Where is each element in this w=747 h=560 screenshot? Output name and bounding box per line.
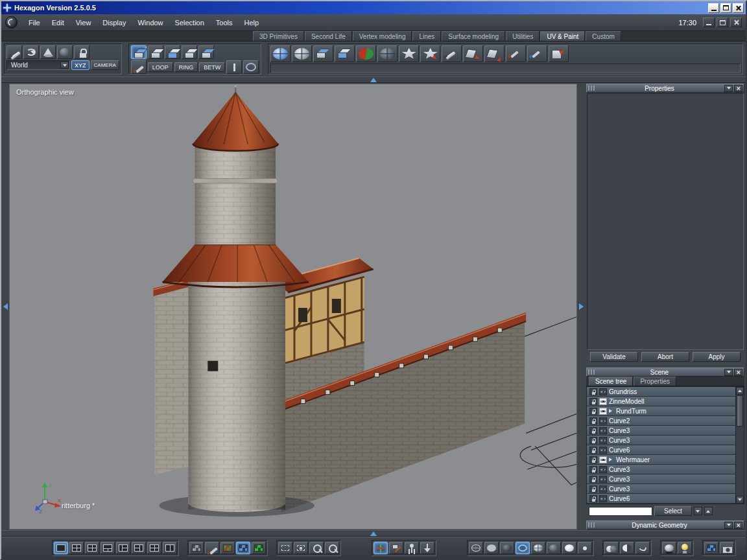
lock-icon[interactable] [589, 437, 597, 444]
panel-menu-button[interactable] [724, 369, 733, 376]
between-button[interactable]: BETW [199, 62, 225, 72]
scene-tree-item[interactable]: Curve6 [587, 494, 735, 503]
panel-close-button[interactable] [734, 85, 742, 92]
shadow-toggle-icon[interactable] [662, 542, 676, 554]
tab-surface-modeling[interactable]: Surface modeling [442, 31, 505, 41]
tab-3d-primitives[interactable]: 3D Primitives [253, 31, 304, 41]
visibility-eye-icon[interactable] [599, 398, 607, 405]
uv-planar-projection-icon[interactable] [335, 45, 355, 62]
menu-display[interactable]: Display [97, 16, 132, 30]
grow-selection-icon[interactable] [226, 60, 242, 74]
tab-custom[interactable]: Custom [586, 31, 621, 41]
wireframe-shading-icon[interactable] [469, 542, 483, 554]
visibility-eye-icon[interactable] [599, 427, 607, 434]
scene-tree-item[interactable]: Curve3 [587, 465, 735, 474]
lock-icon[interactable] [589, 417, 597, 425]
blue-checker-icon[interactable] [236, 542, 250, 554]
select-multi-mode-icon[interactable] [198, 45, 214, 59]
tab-second-life[interactable]: Second Life [305, 31, 352, 41]
tab-utilities[interactable]: Utilities [506, 31, 540, 41]
visibility-eye-icon[interactable] [599, 476, 607, 483]
uv-cylindrical-projection-icon[interactable] [292, 45, 312, 62]
visibility-eye-icon[interactable] [599, 495, 607, 502]
collapse-right-arrow[interactable] [579, 303, 584, 310]
titlebar[interactable]: Hexagon Version 2.5.0.5 [1, 1, 746, 14]
lock-icon[interactable] [589, 408, 597, 415]
scene-tree-item[interactable]: Grundriss [587, 387, 735, 396]
smooth-preview-icon[interactable] [635, 542, 650, 554]
maximize-button[interactable] [720, 3, 731, 13]
dark-shading-icon[interactable] [500, 542, 514, 554]
app-minimize-button[interactable] [703, 18, 715, 27]
menu-view[interactable]: View [70, 16, 97, 30]
unwrap-object-icon[interactable] [549, 45, 569, 62]
cut-seam-icon[interactable] [442, 45, 462, 62]
textured-dark-icon[interactable] [547, 542, 561, 554]
abort-button[interactable]: Abort [641, 352, 689, 362]
rotate-uv-icon[interactable] [484, 45, 504, 62]
green-checker-icon[interactable] [252, 542, 266, 554]
apply-button[interactable]: Apply [693, 352, 741, 362]
visibility-eye-icon[interactable] [599, 408, 607, 415]
collapse-bottom-arrow[interactable] [370, 531, 377, 536]
menu-file[interactable]: File [23, 16, 46, 30]
lock-icon[interactable] [589, 388, 597, 395]
uv-spherical-projection-icon[interactable] [270, 45, 290, 62]
lock-icon[interactable] [589, 427, 597, 434]
xyz-button[interactable]: XYZ [71, 60, 89, 70]
loop-button[interactable]: LOOP [148, 62, 173, 72]
scene-prev-button[interactable] [694, 507, 702, 515]
viewport-layout-quad-icon[interactable] [69, 542, 84, 554]
universal-manipulator-icon[interactable] [374, 542, 388, 554]
visibility-eye-icon[interactable] [599, 447, 607, 454]
paint-brush-icon[interactable] [506, 45, 526, 62]
viewport-layout-single-icon[interactable] [54, 542, 68, 554]
validate-button[interactable]: Validate [590, 352, 638, 362]
scene-next-button[interactable] [704, 507, 713, 515]
tab-vertex-modeling[interactable]: Vertex modeling [353, 31, 412, 41]
camera-icon[interactable] [720, 542, 734, 554]
cutter-tool-icon[interactable] [6, 45, 22, 59]
frame-selection-icon[interactable] [294, 542, 308, 554]
tab-scene-tree[interactable]: Scene tree [589, 377, 633, 386]
minimize-button[interactable] [708, 3, 719, 13]
bright-shading-icon[interactable] [562, 542, 576, 554]
viewport-layout-three-right-icon[interactable] [132, 542, 146, 554]
mirror-uv-icon[interactable] [463, 45, 483, 62]
visibility-eye-icon[interactable] [599, 417, 607, 425]
select-objects-mode-icon[interactable] [182, 45, 197, 59]
menu-edit[interactable]: Edit [46, 16, 70, 30]
uv-pelt-icon[interactable] [399, 45, 419, 62]
viewport-layout-quad-b-icon[interactable] [85, 542, 99, 554]
lock-icon[interactable] [589, 476, 597, 483]
scroll-thumb[interactable] [737, 395, 743, 426]
tab-lines[interactable]: Lines [412, 31, 441, 41]
lock-icon[interactable] [589, 495, 597, 502]
expander-icon[interactable] [609, 409, 614, 413]
frame-all-icon[interactable] [278, 542, 292, 554]
select-button[interactable]: Select [654, 506, 692, 516]
tab-properties[interactable]: Properties [634, 377, 676, 386]
paint-display-icon[interactable] [205, 542, 219, 554]
rgb-checker-icon[interactable] [220, 542, 235, 554]
select-points-mode-icon[interactable] [131, 45, 147, 59]
viewport-canvas[interactable]: Orthographic view Y X Z ritterburg * [9, 84, 577, 530]
lock-icon[interactable] [589, 485, 597, 493]
menu-window[interactable]: Window [132, 16, 169, 30]
visibility-eye-icon[interactable] [599, 485, 607, 493]
scene-tree-item[interactable]: Wehrmauer [587, 455, 735, 464]
scene-panel-header[interactable]: Scene [586, 368, 744, 377]
menu-tools[interactable]: Tools [210, 16, 239, 30]
point-display-icon[interactable] [578, 542, 592, 554]
camera-button[interactable]: CAMERA [91, 60, 119, 70]
menu-selection[interactable]: Selection [169, 16, 210, 30]
viewport-layout-three-bottom-icon[interactable] [101, 542, 115, 554]
flat-shading-icon[interactable] [484, 542, 499, 554]
scroll-up-button[interactable] [736, 387, 744, 395]
smooth-shading-icon[interactable] [516, 542, 530, 554]
scroll-down-button[interactable] [736, 496, 744, 504]
panel-menu-button[interactable] [724, 522, 733, 529]
zoom-icon[interactable] [309, 542, 324, 554]
orbit-camera-icon[interactable] [23, 45, 39, 59]
dynamic-geometry-header[interactable]: Dynamic Geometry [586, 520, 744, 530]
